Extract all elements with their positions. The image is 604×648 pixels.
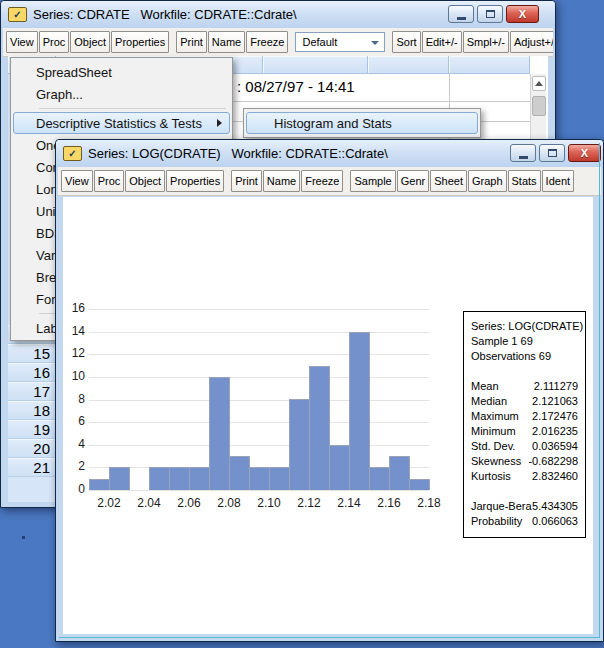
window-series-log-cdrate: ✓ Series: LOG(CDRATE) Workfile: CDRATE::… xyxy=(55,139,604,642)
stats-value: -0.682298 xyxy=(528,454,578,469)
x-axis-label: 2.10 xyxy=(252,496,286,510)
toolbar-button-adjust[interactable]: Adjust+/- xyxy=(510,31,553,53)
toolbar-button-properties[interactable]: Properties xyxy=(111,31,169,53)
histogram-bar xyxy=(209,377,230,490)
row-header-cell[interactable]: 16 xyxy=(8,363,56,382)
stats-row: Skewness-0.682298 xyxy=(471,454,578,469)
toolbar-button-properties[interactable]: Properties xyxy=(166,170,224,192)
close-button[interactable]: X xyxy=(506,5,539,23)
x-axis-label: 2.18 xyxy=(412,496,446,510)
toolbar-button-name[interactable]: Name xyxy=(208,31,245,53)
scroll-up-button[interactable] xyxy=(532,76,546,91)
close-icon: X xyxy=(581,147,588,159)
histogram-bar xyxy=(409,479,430,490)
menu-separator xyxy=(39,108,226,109)
stats-row: Jarque-Bera5.434305 xyxy=(471,499,578,514)
toolbar-button-ident[interactable]: Ident xyxy=(542,170,574,192)
stats-row: Probability0.066063 xyxy=(471,514,578,529)
toolbar-button-genr[interactable]: Genr xyxy=(397,170,429,192)
scroll-thumb[interactable] xyxy=(532,96,546,116)
minimize-icon xyxy=(519,156,528,159)
menu-item-histogram-and-stats[interactable]: Histogram and Stats xyxy=(246,112,478,134)
stats-label: Minimum xyxy=(471,424,516,439)
stats-label: Jarque-Bera xyxy=(471,499,532,514)
toolbar-button-edit[interactable]: Edit+/- xyxy=(422,31,462,53)
menu-item-spreadsheet[interactable]: SpreadSheet xyxy=(13,61,230,83)
histogram-bar xyxy=(249,467,270,490)
y-axis-label: 2 xyxy=(63,459,85,473)
stats-label: Std. Dev. xyxy=(471,439,515,454)
toolbar-button-sheet[interactable]: Sheet xyxy=(430,170,467,192)
submenu-arrow-icon xyxy=(217,119,222,127)
stats-row: Median2.121063 xyxy=(471,394,578,409)
histogram-bar xyxy=(149,467,170,490)
row-header-cell[interactable]: 17 xyxy=(8,382,56,401)
stats-row: Kurtosis2.832460 xyxy=(471,469,578,484)
row-header-cell[interactable]: 18 xyxy=(8,401,56,420)
stats-value: 2.111279 xyxy=(534,379,578,394)
row-header-cell[interactable]: 19 xyxy=(8,420,56,439)
row-header-cell[interactable]: 15 xyxy=(8,344,56,363)
row-header-cell[interactable]: 21 xyxy=(8,458,56,477)
maximize-icon xyxy=(548,149,557,157)
stats-row: Maximum2.172476 xyxy=(471,409,578,424)
eviews-series-icon: ✓ xyxy=(63,146,82,161)
x-axis-label: 2.12 xyxy=(292,496,326,510)
default-combo[interactable]: Default xyxy=(295,32,385,52)
toolbar-button-name[interactable]: Name xyxy=(263,170,300,192)
minimize-button[interactable] xyxy=(448,5,474,23)
maximize-button[interactable] xyxy=(539,144,565,162)
chart-gridline xyxy=(89,309,429,310)
toolbar-button-view[interactable]: View xyxy=(6,31,38,53)
toolbar-button-view[interactable]: View xyxy=(61,170,93,192)
toolbar-button-sample[interactable]: Sample xyxy=(350,170,395,192)
histogram-bar xyxy=(329,445,350,490)
frame-accent xyxy=(599,143,600,638)
close-button[interactable]: X xyxy=(568,144,601,162)
header-cell[interactable] xyxy=(449,56,530,74)
toolbar-button-object[interactable]: Object xyxy=(70,31,110,53)
toolbar-button-freeze[interactable]: Freeze xyxy=(246,31,288,53)
toolbar-button-print[interactable]: Print xyxy=(231,170,262,192)
toolbar-button-print[interactable]: Print xyxy=(176,31,207,53)
menu-item-descriptive-statistics-tests[interactable]: Descriptive Statistics & Tests xyxy=(13,112,230,134)
x-axis-label: 2.14 xyxy=(332,496,366,510)
chart-gridline xyxy=(89,377,429,378)
histogram-view: 02468101214162.022.042.062.082.102.122.1… xyxy=(63,197,593,634)
x-axis-label: 2.02 xyxy=(92,496,126,510)
stats-spacer xyxy=(471,364,578,379)
histogram-bar xyxy=(349,332,370,490)
stats-box: Series: LOG(CDRATE)Sample 1 69Observatio… xyxy=(463,311,586,538)
toolbar-button-smpl[interactable]: Smpl+/- xyxy=(463,31,509,53)
stats-value: 0.036594 xyxy=(532,439,578,454)
stats-header-line: Series: LOG(CDRATE) xyxy=(471,319,578,334)
chart-gridline xyxy=(89,332,429,333)
header-cell[interactable] xyxy=(368,56,449,74)
toolbar-button-proc[interactable]: Proc xyxy=(39,31,70,53)
stats-header-line: Observations 69 xyxy=(471,349,578,364)
toolbar-button-freeze[interactable]: Freeze xyxy=(301,170,343,192)
stats-value: 5.434305 xyxy=(532,499,578,514)
row-header-cell[interactable]: 20 xyxy=(8,439,56,458)
header-cell[interactable] xyxy=(263,56,368,74)
toolbar-button-graph[interactable]: Graph xyxy=(468,170,507,192)
y-axis-label: 14 xyxy=(63,324,85,338)
menu-item-graph[interactable]: Graph... xyxy=(13,83,230,105)
toolbar-button-proc[interactable]: Proc xyxy=(94,170,125,192)
toolbar-button-object[interactable]: Object xyxy=(125,170,165,192)
window-title: Series: CDRATE Workfile: CDRATE::Cdrate\ xyxy=(33,7,297,22)
scroll-up-icon xyxy=(535,81,543,86)
minimize-button[interactable] xyxy=(510,144,536,162)
histogram-bar xyxy=(389,456,410,490)
stats-value: 2.121063 xyxy=(532,394,578,409)
stats-value: 2.016235 xyxy=(532,424,578,439)
maximize-button[interactable] xyxy=(477,5,503,23)
histogram-bar xyxy=(169,467,190,490)
toolbar: ViewProcObjectPropertiesPrintNameFreezeD… xyxy=(3,28,553,57)
toolbar-button-stats[interactable]: Stats xyxy=(508,170,541,192)
stats-value: 0.066063 xyxy=(532,514,578,529)
histogram-bar xyxy=(369,467,390,490)
y-axis-label: 4 xyxy=(63,437,85,451)
stats-row: Mean2.111279 xyxy=(471,379,578,394)
toolbar-button-sort[interactable]: Sort xyxy=(392,31,420,53)
